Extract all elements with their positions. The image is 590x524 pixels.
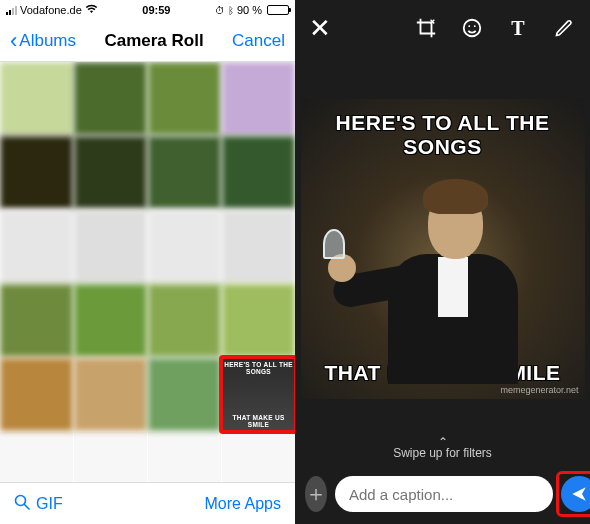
page-title: Camera Roll xyxy=(104,31,203,51)
photo-thumb[interactable] xyxy=(222,210,295,283)
photo-thumb[interactable] xyxy=(74,432,147,482)
caption-input[interactable] xyxy=(335,476,553,512)
back-button[interactable]: ‹ Albums xyxy=(10,30,76,52)
gif-label: GIF xyxy=(36,495,63,513)
photo-thumb[interactable] xyxy=(222,62,295,135)
editor-canvas[interactable]: HERE'S TO ALL THE SONGS THAT MAKE US SMI… xyxy=(295,56,590,433)
nav-bar: ‹ Albums Camera Roll Cancel xyxy=(0,20,295,62)
photo-thumb[interactable] xyxy=(222,432,295,482)
image-editor: ✕ T HERE'S TO ALL THE SONGS THAT MAKE US… xyxy=(295,0,590,524)
photo-thumb[interactable] xyxy=(0,210,73,283)
text-button[interactable]: T xyxy=(506,16,530,40)
draw-button[interactable] xyxy=(552,16,576,40)
photo-thumb[interactable] xyxy=(74,284,147,357)
search-icon xyxy=(14,494,30,514)
svg-point-4 xyxy=(474,25,476,27)
bluetooth-icon: ᛒ xyxy=(228,5,234,16)
status-right: ⏱ ᛒ 90 % xyxy=(215,4,289,16)
close-button[interactable]: ✕ xyxy=(309,15,331,41)
meme-watermark: memegenerator.net xyxy=(500,385,578,395)
editor-tools: T xyxy=(414,16,576,40)
photo-thumb[interactable] xyxy=(148,136,221,209)
photo-thumb[interactable] xyxy=(74,358,147,431)
photo-thumb[interactable] xyxy=(0,358,73,431)
back-label: Albums xyxy=(19,31,76,51)
photo-thumb[interactable] xyxy=(222,284,295,357)
sticker-button[interactable] xyxy=(460,16,484,40)
cancel-button[interactable]: Cancel xyxy=(232,31,285,51)
photo-thumb[interactable] xyxy=(74,210,147,283)
chevron-up-icon: ⌃ xyxy=(438,439,448,446)
meme-text-top: HERE'S TO ALL THE SONGS xyxy=(309,111,577,159)
photo-thumb-selected[interactable]: HERE'S TO ALL THE SONGS THAT MAKE US SMI… xyxy=(222,358,295,431)
wifi-icon xyxy=(85,3,98,17)
meme-thumb: HERE'S TO ALL THE SONGS THAT MAKE US SMI… xyxy=(222,358,295,431)
meme-thumb-bottom: THAT MAKE US SMILE xyxy=(224,414,293,428)
battery-pct: 90 % xyxy=(237,4,262,16)
photo-thumb[interactable] xyxy=(222,136,295,209)
meme-image: HERE'S TO ALL THE SONGS THAT MAKE US SMI… xyxy=(301,99,585,399)
send-button[interactable] xyxy=(561,476,590,512)
svg-point-3 xyxy=(468,25,470,27)
crop-button[interactable] xyxy=(414,16,438,40)
swipe-hint[interactable]: ⌃ Swipe up for filters xyxy=(295,433,590,468)
send-wrap xyxy=(561,476,590,512)
swipe-hint-label: Swipe up for filters xyxy=(393,446,492,460)
photo-thumb[interactable] xyxy=(148,284,221,357)
photo-thumb[interactable] xyxy=(148,432,221,482)
photo-grid: HERE'S TO ALL THE SONGS THAT MAKE US SMI… xyxy=(0,62,295,482)
photo-thumb[interactable] xyxy=(148,210,221,283)
editor-toolbar: ✕ T xyxy=(295,0,590,56)
photo-picker: Vodafone.de 09:59 ⏱ ᛒ 90 % ‹ Albums Came… xyxy=(0,0,295,524)
alarm-icon: ⏱ xyxy=(215,5,225,16)
photo-thumb[interactable] xyxy=(0,136,73,209)
meme-thumb-top: HERE'S TO ALL THE SONGS xyxy=(224,361,293,375)
picker-footer: GIF More Apps xyxy=(0,482,295,524)
signal-icon xyxy=(6,6,17,15)
more-apps-button[interactable]: More Apps xyxy=(205,495,281,513)
svg-line-1 xyxy=(25,504,30,509)
photo-thumb[interactable] xyxy=(74,62,147,135)
photo-thumb[interactable] xyxy=(74,136,147,209)
status-time: 09:59 xyxy=(142,4,170,16)
send-icon xyxy=(570,485,588,503)
status-left: Vodafone.de xyxy=(6,3,98,17)
svg-point-2 xyxy=(464,20,481,37)
carrier-label: Vodafone.de xyxy=(20,4,82,16)
add-media-button[interactable]: ＋ xyxy=(305,476,327,512)
photo-thumb[interactable] xyxy=(148,62,221,135)
plus-icon: ＋ xyxy=(305,483,327,505)
photo-thumb[interactable] xyxy=(0,432,73,482)
photo-thumb[interactable] xyxy=(0,62,73,135)
meme-figure xyxy=(333,159,553,379)
battery-icon xyxy=(267,5,289,15)
gif-button[interactable]: GIF xyxy=(14,494,63,514)
caption-bar: ＋ xyxy=(295,468,590,524)
photo-thumb[interactable] xyxy=(148,358,221,431)
chevron-left-icon: ‹ xyxy=(10,30,17,52)
photo-thumb[interactable] xyxy=(0,284,73,357)
status-bar: Vodafone.de 09:59 ⏱ ᛒ 90 % xyxy=(0,0,295,20)
